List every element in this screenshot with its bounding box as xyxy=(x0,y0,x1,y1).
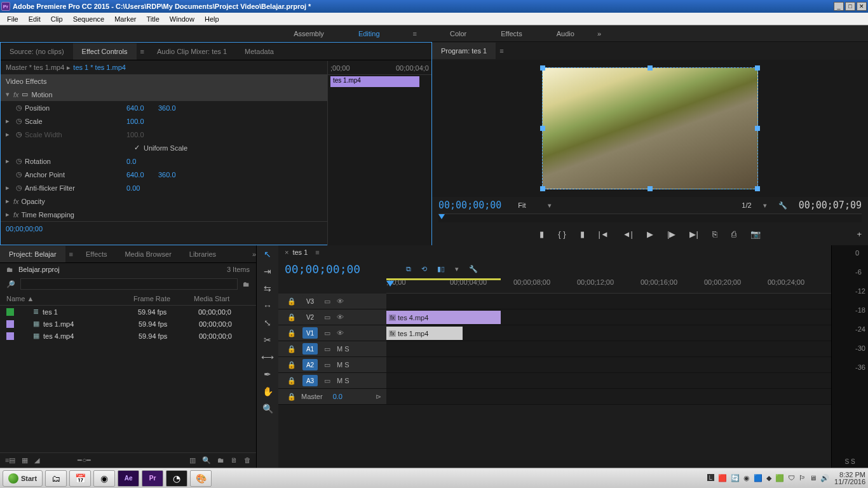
sync-lock-icon[interactable]: ▭ xyxy=(324,313,330,322)
workspace-assembly[interactable]: Assembly xyxy=(292,27,325,40)
sync-lock-icon[interactable]: ▭ xyxy=(324,345,330,353)
automate-seq-icon[interactable]: ▥ xyxy=(189,456,196,464)
search-input[interactable] xyxy=(20,278,238,290)
track-toggle[interactable]: A2 xyxy=(302,359,318,370)
track-lane[interactable] xyxy=(386,341,831,356)
settings-icon[interactable]: ▾ xyxy=(455,265,459,273)
col-media-start[interactable]: Media Start xyxy=(194,295,229,302)
tray-icon[interactable]: 🟩 xyxy=(775,474,784,482)
mute-solo[interactable]: M S xyxy=(337,377,349,384)
track-toggle[interactable]: V2 xyxy=(302,311,318,323)
menu-window[interactable]: Window xyxy=(165,14,199,24)
ec-mini-clip[interactable]: tes 1.mp4 xyxy=(330,76,419,87)
tab-program[interactable]: Program: tes 1 xyxy=(432,43,496,59)
transform-handle[interactable] xyxy=(755,65,760,71)
antiflicker-value[interactable]: 0.00 xyxy=(126,184,158,192)
button-editor-icon[interactable]: + xyxy=(857,229,862,239)
tray-icon[interactable]: ◉ xyxy=(743,474,750,482)
export-frame-button[interactable]: 📷 xyxy=(750,229,761,239)
overflow-icon[interactable]: » xyxy=(252,250,256,258)
clip-tes1[interactable]: fxtes 1.mp4 xyxy=(386,327,463,340)
pen-tool-icon[interactable]: ✒ xyxy=(264,369,271,379)
track-select-tool-icon[interactable]: ⇥ xyxy=(264,266,271,276)
lock-icon[interactable]: 🔒 xyxy=(287,393,296,401)
new-bin-icon[interactable]: 🖿 xyxy=(217,456,224,464)
panel-menu-icon[interactable]: ≡ xyxy=(140,48,144,55)
tray-icon[interactable]: 🖥 xyxy=(810,474,817,482)
tab-project[interactable]: Project: Belajar xyxy=(0,246,65,262)
taskbar-steam-icon[interactable]: ◔ xyxy=(166,470,187,487)
settings-icon[interactable]: 🔧 xyxy=(778,201,787,210)
mark-out-button[interactable]: { } xyxy=(558,229,566,239)
start-button[interactable]: Start xyxy=(3,470,43,487)
transform-handle[interactable] xyxy=(540,186,545,191)
rolling-tool-icon[interactable]: ↔ xyxy=(263,301,272,311)
taskbar-paint-icon[interactable]: 🎨 xyxy=(190,470,212,487)
step-forward-button[interactable]: |▶ xyxy=(667,229,675,239)
panel-menu-icon[interactable]: ≡ xyxy=(315,248,319,256)
menu-file[interactable]: File xyxy=(3,14,23,24)
menu-title[interactable]: Title xyxy=(142,14,163,24)
anchor-y[interactable]: 360.0 xyxy=(158,171,190,179)
taskbar-pr-icon[interactable]: Pr xyxy=(142,470,163,487)
lock-icon[interactable]: 🔒 xyxy=(287,377,296,385)
panel-menu-icon[interactable]: ≡ xyxy=(499,47,503,55)
zoom-slider[interactable]: ━○━ xyxy=(78,456,91,464)
selection-tool-icon[interactable]: ↖ xyxy=(264,249,271,259)
tab-effect-controls[interactable]: Effect Controls xyxy=(73,43,137,60)
rotation-value[interactable]: 0.0 xyxy=(126,158,158,165)
transform-handle[interactable] xyxy=(540,65,545,71)
project-item[interactable]: ≣tes 159.94 fps00;00;00;0 xyxy=(0,306,256,318)
transform-handle[interactable] xyxy=(540,126,545,131)
track-lane[interactable] xyxy=(386,373,831,388)
timeline-timecode[interactable]: 00;00;00;00 xyxy=(285,262,360,276)
workspace-color[interactable]: Color xyxy=(449,27,468,40)
ec-mini-timeline[interactable]: ;00;0000;00;04;0 tes 1.mp4 xyxy=(327,61,431,245)
timeline-ruler[interactable]: ;00;0000;00;04;0000;00;08;0000;00;12;000… xyxy=(386,278,831,294)
project-item[interactable]: ▦tes 1.mp459.94 fps00;00;00;0 xyxy=(0,318,256,330)
menu-clip[interactable]: Clip xyxy=(46,14,67,24)
zoom-fit-dropdown[interactable]: Fit xyxy=(518,201,526,209)
taskbar-chrome-icon[interactable]: ◉ xyxy=(93,470,115,487)
transform-handle[interactable] xyxy=(755,186,760,191)
add-marker-button[interactable]: ▮ xyxy=(580,229,585,239)
freeform-view-icon[interactable]: ◢ xyxy=(34,456,39,464)
find-icon[interactable]: 🔍 xyxy=(202,456,211,464)
col-name[interactable]: Name ▲ xyxy=(6,295,133,302)
delete-icon[interactable]: 🗑 xyxy=(244,456,251,464)
extract-button[interactable]: ⎙ xyxy=(731,229,736,239)
mute-solo[interactable]: M S xyxy=(337,361,349,369)
tab-source[interactable]: Source: (no clips) xyxy=(1,43,73,60)
tab-audio-mixer[interactable]: Audio Clip Mixer: tes 1 xyxy=(148,43,236,60)
tray-icon[interactable]: 🟦 xyxy=(754,474,763,482)
tab-media-browser[interactable]: Media Browser xyxy=(116,246,180,262)
track-toggle[interactable]: A1 xyxy=(302,343,318,355)
col-framerate[interactable]: Frame Rate xyxy=(133,295,194,302)
sync-lock-icon[interactable]: ▭ xyxy=(324,329,330,337)
work-area-bar[interactable] xyxy=(386,278,501,280)
sequence-tab[interactable]: tes 1 xyxy=(292,248,308,256)
hand-tool-icon[interactable]: ✋ xyxy=(262,386,273,396)
program-ruler[interactable] xyxy=(438,214,862,222)
dropdown-icon[interactable]: ▾ xyxy=(763,201,767,210)
linked-selection-icon[interactable]: ⟲ xyxy=(421,265,427,273)
program-canvas[interactable] xyxy=(542,67,758,189)
playhead-icon[interactable] xyxy=(438,214,445,219)
taskbar-calendar-icon[interactable]: 📅 xyxy=(69,470,91,487)
lift-button[interactable]: ⎘ xyxy=(712,229,717,239)
expand-icon[interactable]: ⊳ xyxy=(376,393,381,401)
track-lane[interactable] xyxy=(386,389,831,404)
lock-icon[interactable]: 🔒 xyxy=(287,313,296,322)
razor-tool-icon[interactable]: ✂ xyxy=(264,335,271,345)
menu-help[interactable]: Help xyxy=(200,14,224,24)
anchor-x[interactable]: 640.0 xyxy=(126,171,158,179)
eye-icon[interactable]: 👁 xyxy=(337,329,344,337)
maximize-button[interactable]: □ xyxy=(845,2,855,11)
resolution-dropdown[interactable]: 1/2 xyxy=(742,201,751,209)
track-lane[interactable]: fxtes 4.mp4 xyxy=(386,309,831,325)
mute-solo[interactable]: M S xyxy=(337,345,349,353)
track-toggle[interactable]: A3 xyxy=(302,375,318,386)
lock-icon[interactable]: 🔒 xyxy=(287,361,296,369)
menu-sequence[interactable]: Sequence xyxy=(69,14,109,24)
position-y[interactable]: 360.0 xyxy=(158,104,190,112)
